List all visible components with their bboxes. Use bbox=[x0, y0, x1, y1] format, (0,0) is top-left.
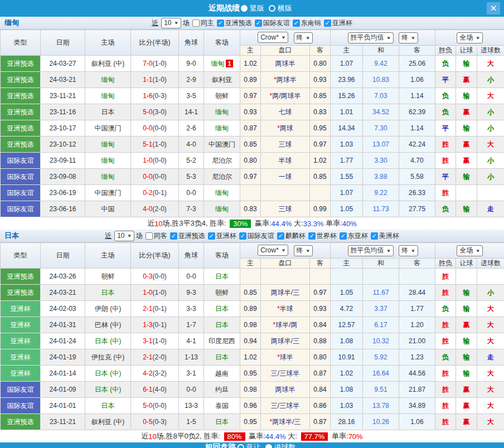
fulltime-score: 4-0 bbox=[143, 205, 152, 213]
bookmaker-select[interactable]: Crow*∨ bbox=[258, 32, 288, 43]
subcol-wdl: 胜负 bbox=[435, 259, 456, 269]
chevron-down-icon: ∨ bbox=[306, 36, 310, 40]
match-row: 亚洲杯24-01-31巴林 (中)1-3(0-1)1-7日本0.98*球半/两0… bbox=[1, 317, 504, 333]
score-halftime: 1-0(1-0) bbox=[131, 285, 179, 301]
result-handicap: 输 bbox=[456, 201, 477, 217]
competition-type: 亚洲预选 bbox=[1, 285, 41, 301]
home-odds: 0.95 bbox=[240, 414, 261, 430]
fulltime-score: 5-1 bbox=[143, 140, 152, 148]
odds-time-select[interactable]: 终∨ bbox=[294, 32, 313, 43]
mean-time-select[interactable]: 终∨ bbox=[399, 32, 418, 43]
competition-checkbox[interactable]: ✓国际友谊 bbox=[239, 231, 274, 241]
competition-type: 亚洲杯 bbox=[1, 349, 41, 366]
home-team: 缅甸 bbox=[85, 169, 131, 185]
checkmark-icon: ✓ bbox=[371, 232, 378, 240]
competition-type: 亚洲预选 bbox=[1, 88, 41, 104]
summary-text: 场,胜8平0负2, 胜率: bbox=[157, 431, 222, 441]
handicap: *两球半/三 bbox=[261, 414, 310, 430]
result-handicap: 输 bbox=[456, 366, 477, 382]
result-goals: 大 bbox=[477, 414, 504, 430]
match-count-select[interactable]: 10 ∨ bbox=[114, 231, 134, 241]
mean-away: 21.00 bbox=[399, 333, 435, 349]
home-team: 日本 (中) bbox=[85, 382, 131, 398]
result-wdl: 胜 bbox=[435, 333, 456, 349]
home-team: 缅甸 bbox=[85, 72, 131, 88]
summary-text: 场,胜3平3负4, 胜率: bbox=[163, 218, 229, 228]
competition-checkbox[interactable]: ✓世界杯 bbox=[308, 231, 337, 241]
away-team: 叙利亚 bbox=[204, 72, 240, 88]
mean-home: 1.08 bbox=[331, 333, 363, 349]
match-row: 国际友谊23-06-19中国澳门0-2(0-1)0-0缅甸1.079.2226.… bbox=[1, 185, 504, 201]
wdl-mean-select[interactable]: 胜平负均值∨ bbox=[348, 32, 394, 43]
home-odds: 1.02 bbox=[240, 56, 261, 72]
home-odds: 0.97 bbox=[240, 88, 261, 104]
handicap-text: 半球 bbox=[279, 157, 292, 164]
score-halftime: 1-3(0-1) bbox=[131, 317, 179, 333]
trend-radio-icon[interactable] bbox=[238, 444, 244, 448]
subcol-odds-home: 主 bbox=[240, 46, 261, 56]
bookmaker-select[interactable]: Crow*∨ bbox=[258, 245, 288, 256]
score-halftime: 7-0(1-0) bbox=[131, 56, 179, 72]
competition-checkbox[interactable]: ✓亚洲预选 bbox=[217, 18, 252, 28]
scope-select[interactable]: 全场∨ bbox=[457, 245, 482, 256]
handicap-text: 两球半/三 bbox=[272, 418, 301, 426]
mean-draw: 11.73 bbox=[363, 201, 399, 217]
match-count-select[interactable]: 10 ∨ bbox=[161, 18, 181, 28]
result-handicap: 输 bbox=[456, 349, 477, 366]
handicap-text: 两球 bbox=[280, 124, 293, 132]
home-team: 日本 bbox=[85, 398, 131, 414]
subcol-goals: 进球数 bbox=[477, 46, 504, 56]
result-goals bbox=[477, 185, 504, 201]
competition-type: 国际友谊 bbox=[1, 153, 41, 169]
match-date: 24-02-03 bbox=[41, 301, 85, 317]
recent-results-dialog: 近期战绩 竖版横版 ✕ 缅甸 近 10 ∨ 场 同主 ✓亚洲预选✓国际友谊✓东南… bbox=[0, 0, 504, 448]
halftime-score: (1-0) bbox=[153, 76, 167, 84]
competition-checkbox[interactable]: ✓国际友谊 bbox=[255, 18, 290, 28]
halftime-score: (3-2) bbox=[153, 369, 167, 377]
same-venue-checkbox[interactable]: 同主 bbox=[192, 18, 214, 28]
result-handicap: 输 bbox=[456, 88, 477, 104]
scope-select[interactable]: 全场∨ bbox=[457, 32, 482, 43]
layout-radio-icon[interactable] bbox=[241, 5, 248, 12]
mean-home: 28.16 bbox=[331, 414, 363, 430]
competition-checkbox[interactable]: ✓东亚杯 bbox=[340, 231, 368, 241]
trend-radio-icon[interactable] bbox=[265, 444, 272, 448]
odds-time-select[interactable]: 终∨ bbox=[294, 245, 313, 256]
competition-checkbox[interactable]: ✓美洲杯 bbox=[371, 231, 399, 241]
competition-checkbox[interactable]: ✓亚洲杯 bbox=[324, 18, 352, 28]
checkmark-icon: ✓ bbox=[255, 20, 262, 27]
filter-bar: 缅甸 近 10 ∨ 场 同主 ✓亚洲预选✓国际友谊✓东南锦✓亚洲杯 bbox=[0, 17, 504, 30]
result-wdl: 平 bbox=[435, 169, 456, 185]
match-date: 23-10-17 bbox=[41, 120, 85, 137]
bookmaker-select-value: Crow* bbox=[260, 33, 279, 41]
result-goals: 大 bbox=[477, 317, 504, 333]
match-date: 24-03-26 bbox=[41, 269, 85, 285]
handicap: *两/两球半 bbox=[261, 88, 310, 104]
competition-checkbox[interactable]: ✓东南锦 bbox=[293, 18, 321, 28]
result-wdl: 胜 bbox=[435, 153, 456, 169]
away-team: 尼泊尔 bbox=[204, 169, 240, 185]
mean-time-select[interactable]: 终∨ bbox=[399, 245, 418, 256]
mean-away: 26.33 bbox=[399, 185, 435, 201]
chevron-down-icon: ∨ bbox=[128, 233, 132, 238]
mean-draw: 5.92 bbox=[363, 349, 399, 366]
away-team: 缅甸 bbox=[204, 185, 240, 201]
competition-checkbox[interactable]: ✓亚洲预选 bbox=[170, 231, 205, 241]
mean-away: 1.77 bbox=[399, 301, 435, 317]
handicap-text: 三球 bbox=[279, 205, 292, 213]
same-venue-checkbox[interactable]: 同客 bbox=[146, 231, 167, 241]
subcol-mean-draw: 和 bbox=[363, 259, 399, 269]
home-odds: 0.97 bbox=[240, 169, 261, 185]
close-icon[interactable]: ✕ bbox=[487, 2, 500, 14]
layout-radio-icon[interactable] bbox=[269, 5, 275, 12]
chevron-down-icon: ∨ bbox=[306, 249, 310, 253]
subcol-odds-away: 客 bbox=[310, 46, 331, 56]
handicap-text: 三/三球半 bbox=[271, 402, 299, 410]
wdl-mean-select[interactable]: 胜平负均值∨ bbox=[348, 245, 394, 256]
near-link[interactable]: 近 bbox=[152, 18, 158, 28]
mean-away: 1.14 bbox=[399, 120, 435, 137]
competition-checkbox[interactable]: ✓亚洲杯 bbox=[208, 231, 236, 241]
competition-checkbox[interactable]: ✓麒麟杯 bbox=[277, 231, 306, 241]
away-team: 泰国 bbox=[204, 398, 240, 414]
near-link[interactable]: 近 bbox=[105, 231, 112, 241]
